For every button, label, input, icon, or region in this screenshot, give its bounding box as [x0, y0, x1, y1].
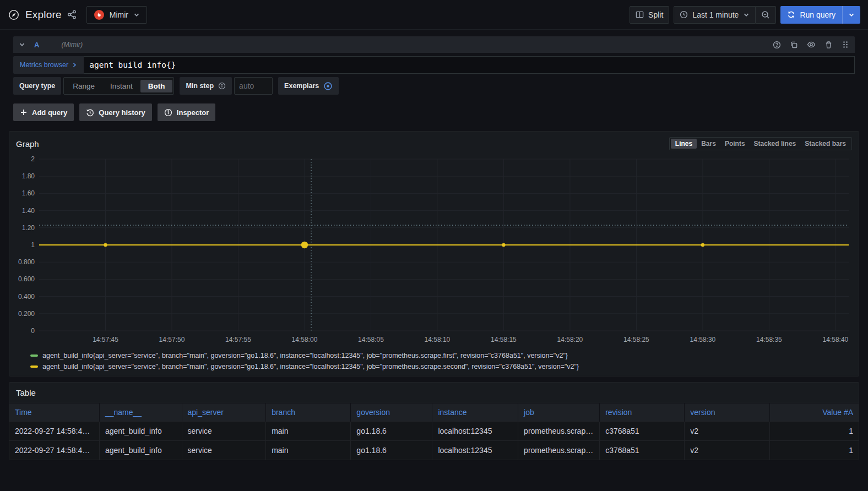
- x-axis-tick-label: 14:57:55: [225, 336, 251, 343]
- query-history-button[interactable]: Query history: [79, 103, 152, 121]
- column-header-time[interactable]: Time: [9, 403, 99, 422]
- results-table: Time__name__api_serverbranchgoversionins…: [9, 403, 859, 460]
- mimir-flame-icon: [94, 9, 105, 20]
- compass-explore-icon: [8, 9, 20, 21]
- y-axis-tick-label: 1.80: [22, 172, 35, 180]
- clock-icon: [680, 10, 688, 19]
- min-step-input[interactable]: [234, 77, 273, 95]
- angle-right-icon: [72, 62, 77, 68]
- graph-style-tabs: LinesBarsPointsStacked linesStacked bars: [669, 137, 852, 150]
- y-axis-tick-label: 1.20: [22, 224, 35, 232]
- chevron-down-icon: [743, 12, 750, 18]
- graph-style-stacked-bars[interactable]: Stacked bars: [800, 139, 850, 149]
- table-cell: agent_build_info: [99, 441, 182, 460]
- column-header-goversion[interactable]: goversion: [351, 403, 432, 422]
- table-cell: service: [182, 422, 266, 441]
- eye-icon[interactable]: [807, 40, 816, 49]
- table-panel: Table Time__name__api_serverbranchgovers…: [9, 382, 859, 460]
- x-axis-tick-label: 14:57:45: [93, 336, 118, 343]
- min-step-label: Min step: [186, 82, 214, 90]
- query-type-option-range[interactable]: Range: [65, 80, 102, 92]
- table-cell: c3768a51: [600, 441, 685, 460]
- metrics-browser-label: Metrics browser: [20, 61, 68, 69]
- query-type-option-instant[interactable]: Instant: [102, 80, 140, 92]
- query-type-label: Query type: [13, 77, 61, 95]
- help-circle-icon[interactable]: [773, 41, 781, 49]
- run-query-button[interactable]: Run query: [780, 6, 860, 24]
- graph-panel: Graph LinesBarsPointsStacked linesStacke…: [9, 131, 859, 377]
- drag-grip-icon[interactable]: [842, 40, 849, 49]
- chart-svg: 21.801.601.401.2010.8000.6000.4000.20001…: [14, 155, 854, 346]
- exemplars-chip: Exemplars: [278, 77, 339, 95]
- info-circle-icon[interactable]: [218, 82, 226, 90]
- run-query-dropdown[interactable]: [842, 6, 860, 24]
- plus-icon: [20, 108, 28, 116]
- legend-item[interactable]: agent_build_info{api_server="service", b…: [30, 352, 859, 359]
- x-axis-tick-label: 14:58:30: [690, 336, 716, 343]
- legend-item[interactable]: agent_build_info{api_server="service", b…: [30, 363, 859, 370]
- chevron-down-icon: [133, 12, 140, 18]
- query-datasource-hint: (Mimir): [61, 41, 83, 48]
- split-button[interactable]: Split: [630, 6, 669, 24]
- time-range-picker[interactable]: Last 1 minute: [674, 6, 756, 24]
- graph-style-bars[interactable]: Bars: [697, 139, 720, 149]
- column-header-branch[interactable]: branch: [266, 403, 351, 422]
- query-type-option-both[interactable]: Both: [140, 80, 173, 92]
- query-type-segmented-control: RangeInstantBoth: [63, 77, 174, 95]
- x-axis-tick-label: 14:58:20: [557, 336, 583, 343]
- history-icon: [86, 108, 94, 117]
- x-axis-tick-label: 14:58:25: [623, 336, 649, 343]
- graph-style-stacked-lines[interactable]: Stacked lines: [750, 139, 801, 149]
- column-header-api-server[interactable]: api_server: [182, 403, 266, 422]
- table-cell: service: [182, 441, 266, 460]
- collapse-chevron-icon[interactable]: [19, 41, 25, 48]
- split-panes-icon: [636, 10, 644, 19]
- exemplars-eye-toggle-icon[interactable]: [323, 81, 333, 91]
- x-axis-tick-label: 14:58:05: [358, 336, 384, 343]
- graph-panel-title: Graph: [16, 139, 39, 149]
- y-axis-tick-label: 0.200: [18, 310, 35, 318]
- trash-icon[interactable]: [824, 41, 833, 49]
- column-header-version[interactable]: version: [685, 403, 769, 422]
- query-expression-input[interactable]: [84, 56, 855, 74]
- legend-swatch: [30, 354, 38, 357]
- x-axis-tick-label: 14:58:35: [756, 336, 782, 343]
- time-series-chart[interactable]: 21.801.601.401.2010.8000.6000.4000.20001…: [14, 155, 854, 346]
- add-query-label: Add query: [32, 108, 67, 117]
- inspector-button[interactable]: Inspector: [158, 103, 216, 121]
- datasource-picker[interactable]: Mimir: [86, 6, 147, 24]
- split-label: Split: [648, 10, 663, 19]
- x-axis-tick-label: 14:57:50: [159, 336, 185, 343]
- table-row: 2022-09-27 14:58:40…agent_build_infoserv…: [9, 441, 859, 460]
- metrics-browser-button[interactable]: Metrics browser: [13, 56, 84, 74]
- column-header--name-[interactable]: __name__: [99, 403, 182, 422]
- query-ref-id[interactable]: A: [34, 41, 39, 49]
- table-panel-title: Table: [9, 383, 859, 403]
- graph-legend: agent_build_info{api_server="service", b…: [9, 346, 859, 376]
- table-cell: 2022-09-27 14:58:40…: [9, 441, 99, 460]
- table-row: 2022-09-27 14:58:40…agent_build_infoserv…: [9, 422, 859, 441]
- page-title: Explore: [25, 9, 62, 21]
- query-history-label: Query history: [99, 108, 145, 117]
- copy-icon[interactable]: [790, 41, 798, 49]
- table-cell: localhost:12345: [432, 441, 518, 460]
- column-header-revision[interactable]: revision: [600, 403, 685, 422]
- table-cell: 2022-09-27 14:58:40…: [9, 422, 99, 441]
- legend-label: agent_build_info{api_server="service", b…: [42, 363, 579, 370]
- graph-style-lines[interactable]: Lines: [671, 139, 697, 149]
- datasource-name: Mimir: [110, 10, 128, 19]
- graph-style-points[interactable]: Points: [720, 139, 750, 149]
- zoom-out-button[interactable]: [756, 6, 776, 24]
- share-icon[interactable]: [67, 10, 77, 19]
- table-cell: main: [266, 441, 351, 460]
- column-header-instance[interactable]: instance: [432, 403, 518, 422]
- column-header-value-a[interactable]: Value #A: [769, 403, 859, 422]
- x-axis-tick-label: 14:58:10: [425, 336, 451, 343]
- table-cell: 1: [769, 441, 859, 460]
- y-axis-tick-label: 1: [31, 241, 35, 249]
- table-cell: main: [266, 422, 351, 441]
- x-axis-tick-label: 14:58:15: [491, 336, 517, 343]
- series-point: [701, 243, 704, 247]
- add-query-button[interactable]: Add query: [13, 103, 74, 121]
- column-header-job[interactable]: job: [518, 403, 600, 422]
